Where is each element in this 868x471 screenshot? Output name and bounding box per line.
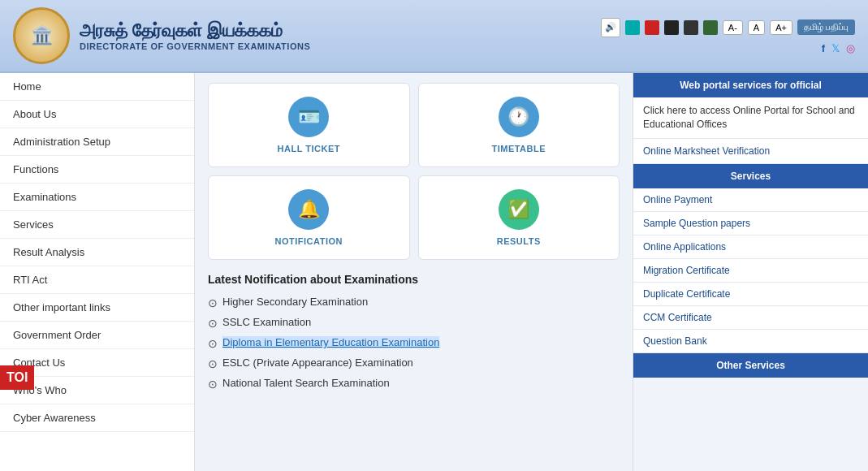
- sidebar-item-home[interactable]: Home: [0, 73, 194, 101]
- notif-item-4: ⊙ ESLC (Private Appearance) Examination: [208, 353, 620, 374]
- service-migration[interactable]: Migration Certificate: [633, 259, 868, 283]
- notif-link-3[interactable]: Diploma in Elementary Education Examinat…: [222, 336, 439, 348]
- timetable-icon: 🕐: [499, 97, 539, 137]
- font-minus-button[interactable]: A-: [723, 20, 743, 35]
- right-panel: Web portal services for official Click h…: [633, 73, 868, 471]
- timetable-label: TIMETABLE: [491, 144, 546, 153]
- main-layout: Home About Us Administration Setup Funct…: [0, 73, 868, 471]
- color-swatch-green[interactable]: [703, 20, 718, 35]
- sidebar: Home About Us Administration Setup Funct…: [0, 73, 195, 471]
- notification-label: NOTIFICATION: [275, 236, 343, 246]
- instagram-icon[interactable]: ◎: [846, 42, 855, 54]
- font-plus-button[interactable]: A+: [770, 20, 792, 35]
- english-title: DIRECTORATE OF GOVERNMENT EXAMINATIONS: [80, 41, 310, 51]
- results-icon: ✅: [499, 189, 539, 230]
- notif-bullet-1: ⊙: [208, 296, 218, 309]
- social-icons: f 𝕏 ◎: [822, 42, 855, 54]
- sidebar-item-cyber[interactable]: Cyber Awareness: [0, 404, 194, 432]
- hall-ticket-icon: 🪪: [288, 97, 329, 137]
- toi-badge[interactable]: TOI: [0, 365, 34, 390]
- header-controls: 🔊 A- A A+ தமிழ் பதிப்பு: [601, 18, 855, 37]
- service-question-bank[interactable]: Question Bank: [633, 330, 868, 353]
- timetable-card[interactable]: 🕐 TIMETABLE: [418, 83, 620, 167]
- web-portal-link-1[interactable]: Click here to access Online Portal for S…: [633, 97, 868, 139]
- notifications-title: Latest Notification about Examinations: [208, 273, 620, 286]
- sidebar-item-admin[interactable]: Administration Setup: [0, 128, 194, 156]
- notif-item-3: ⊙ Diploma in Elementary Education Examin…: [208, 333, 620, 353]
- sidebar-item-rti[interactable]: RTI Act: [0, 266, 194, 294]
- notif-bullet-2: ⊙: [208, 317, 218, 330]
- hall-ticket-label: HALL TICKET: [278, 144, 340, 153]
- sidebar-item-govt-order[interactable]: Government Order: [0, 322, 194, 349]
- sidebar-item-functions[interactable]: Functions: [0, 156, 194, 184]
- tamil-language-button[interactable]: தமிழ் பதிப்பு: [797, 19, 855, 35]
- twitter-icon[interactable]: 𝕏: [831, 42, 840, 54]
- facebook-icon[interactable]: f: [822, 42, 825, 54]
- notif-item-1: ⊙ Higher Secondary Examination: [208, 292, 620, 313]
- other-services-header: Other Services: [633, 353, 868, 378]
- notif-item-5: ⊙ National Talent Search Examination: [208, 374, 620, 394]
- service-duplicate[interactable]: Duplicate Certificate: [633, 283, 868, 306]
- sidebar-item-services[interactable]: Services: [0, 211, 194, 239]
- notif-item-2: ⊙ SSLC Examination: [208, 313, 620, 333]
- tamil-title: அரசுத் தேர்வுகள் இயக்ககம்: [80, 20, 310, 41]
- font-normal-button[interactable]: A: [748, 20, 765, 35]
- notif-text-1[interactable]: Higher Secondary Examination: [222, 296, 368, 308]
- notification-icon: 🔔: [288, 189, 329, 230]
- notif-text-4[interactable]: ESLC (Private Appearance) Examination: [222, 356, 413, 369]
- notif-text-5[interactable]: National Talent Search Examination: [222, 377, 390, 389]
- header-title: அரசுத் தேர்வுகள் இயக்ககம் DIRECTORATE OF…: [80, 20, 310, 51]
- service-online-payment[interactable]: Online Payment: [633, 188, 868, 212]
- speaker-button[interactable]: 🔊: [601, 18, 620, 37]
- sidebar-item-examinations[interactable]: Examinations: [0, 184, 194, 211]
- header-left: 🏛️ அரசுத் தேர்வுகள் இயக்ககம் DIRECTORATE…: [13, 7, 310, 64]
- hall-ticket-card[interactable]: 🪪 HALL TICKET: [208, 83, 410, 167]
- notifications-section: Latest Notification about Examinations ⊙…: [208, 273, 620, 394]
- main-content: 🪪 HALL TICKET 🕐 TIMETABLE 🔔 NOTIFICATION…: [195, 73, 633, 471]
- color-swatch-black2[interactable]: [684, 20, 698, 35]
- service-sample-papers[interactable]: Sample Question papers: [633, 212, 868, 236]
- sidebar-item-about[interactable]: About Us: [0, 101, 194, 128]
- logo: 🏛️: [13, 7, 70, 64]
- service-online-applications[interactable]: Online Applications: [633, 236, 868, 259]
- results-card[interactable]: ✅ RESULTS: [418, 175, 620, 260]
- color-swatch-red[interactable]: [645, 20, 659, 35]
- services-header: Services: [633, 164, 868, 188]
- notif-bullet-5: ⊙: [208, 378, 218, 391]
- web-portal-link-2[interactable]: Online Marksheet Verification: [633, 139, 868, 164]
- sidebar-item-result-analysis[interactable]: Result Analysis: [0, 239, 194, 266]
- notification-card[interactable]: 🔔 NOTIFICATION: [208, 175, 410, 260]
- notif-bullet-3: ⊙: [208, 337, 218, 350]
- color-swatch-teal[interactable]: [625, 20, 640, 35]
- color-swatch-black1[interactable]: [664, 20, 679, 35]
- web-portal-header: Web portal services for official: [633, 73, 868, 97]
- sidebar-item-important-links[interactable]: Other important links: [0, 294, 194, 322]
- notif-text-2[interactable]: SSLC Examination: [222, 316, 311, 328]
- service-ccm[interactable]: CCM Certificate: [633, 306, 868, 330]
- header: 🏛️ அரசுத் தேர்வுகள் இயக்ககம் DIRECTORATE…: [0, 0, 868, 73]
- icon-grid: 🪪 HALL TICKET 🕐 TIMETABLE 🔔 NOTIFICATION…: [208, 83, 620, 260]
- notif-bullet-4: ⊙: [208, 357, 218, 370]
- header-right: 🔊 A- A A+ தமிழ் பதிப்பு f 𝕏 ◎: [601, 18, 855, 54]
- results-label: RESULTS: [497, 236, 541, 246]
